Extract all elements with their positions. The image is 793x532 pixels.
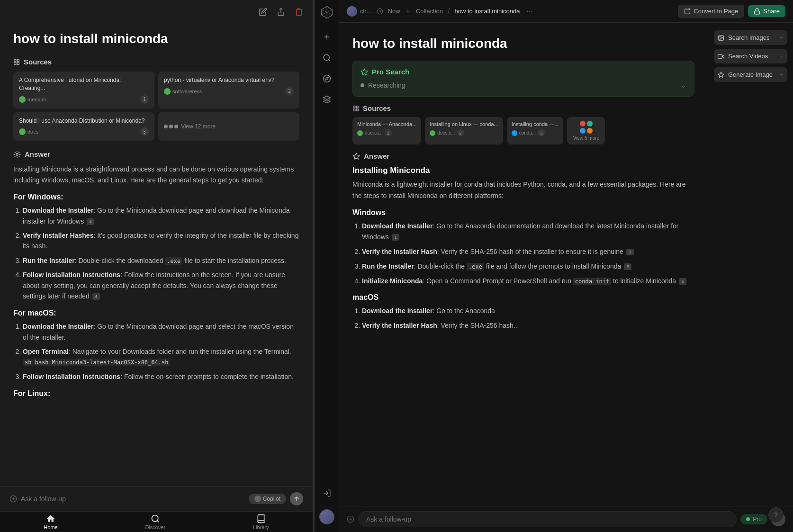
generate-image-plus[interactable]: +	[780, 71, 784, 78]
right-macos-header: macOS	[352, 293, 694, 302]
right-follow-up-bar: Pro	[339, 506, 793, 532]
generate-image-icon	[718, 72, 724, 78]
pro-search-card: Pro Search Researching ⌄	[352, 61, 694, 97]
chevron-down-icon: ⌄	[680, 81, 686, 90]
icon-bar-plus[interactable]	[318, 28, 335, 45]
right-source-2[interactable]: Installing on Linux — conda... docs.c...…	[425, 117, 503, 144]
search-videos-plus[interactable]: +	[780, 53, 784, 60]
view5-label[interactable]: View 5 more	[573, 135, 599, 141]
rs-title-3: Installing conda —...	[512, 121, 559, 127]
cite-rw2: 3	[626, 249, 634, 255]
source-domain-1: medium	[27, 97, 46, 102]
rs-domain-1: docs.a...	[365, 130, 383, 135]
view-5-more[interactable]: View 5 more	[567, 117, 605, 144]
cite-rw1: 1	[392, 234, 399, 241]
send-button-left[interactable]	[290, 492, 303, 505]
edit-button[interactable]	[257, 6, 269, 18]
source-card-2[interactable]: python - virtualenv or Anaconda virtual …	[158, 72, 299, 108]
convert-to-page-button[interactable]: Convert to Page	[678, 5, 744, 18]
right-answer-text: Miniconda is a lightweight installer for…	[352, 179, 694, 202]
right-source-1[interactable]: Miniconda — Anaconda... docs.a... 1	[352, 117, 421, 144]
copilot-button[interactable]: Copilot	[249, 494, 286, 504]
right-answer-subtitle: Installing Miniconda	[352, 166, 694, 175]
rs-count-2: 2	[457, 129, 464, 136]
perplexity-logo-svg	[320, 6, 333, 19]
source-card-3[interactable]: Should I use Anaconda Distribution or Mi…	[13, 112, 154, 141]
right-panel: ch... Now + Collection / how to install …	[339, 0, 793, 532]
svg-rect-30	[718, 54, 722, 58]
source-card-1[interactable]: A Comprehensive Tutorial on Miniconda: C…	[13, 72, 154, 108]
step-rm2: Verify the Installer Hash: Verify the SH…	[362, 320, 694, 331]
view-more-label[interactable]: View 12 more	[181, 123, 216, 130]
svg-marker-29	[722, 55, 724, 58]
source-domain-2: softwarerecs	[172, 89, 202, 94]
left-follow-up-bar: Copilot	[0, 486, 313, 511]
step-rw3: Run the Installer: Double-click the .exe…	[362, 261, 694, 272]
right-sources-header: Sources	[352, 104, 694, 112]
nav-home[interactable]: Home	[34, 512, 67, 532]
search-videos-action[interactable]: Search Videos +	[714, 49, 787, 63]
right-content: how to install miniconda Pro Search Rese…	[339, 23, 708, 506]
source-title-2: python - virtualenv or Anaconda virtual …	[164, 76, 294, 84]
share-button-left[interactable]	[275, 6, 287, 18]
follow-up-input-left[interactable]	[21, 495, 245, 503]
collection-label[interactable]: Collection	[416, 8, 443, 15]
right-windows-header: Windows	[352, 208, 694, 217]
step-rw1: Download the Installer: Go to the Anacon…	[362, 221, 694, 243]
more-options-button[interactable]: ···	[527, 7, 533, 16]
step-rm1: Download the Installer: Go to the Anacon…	[362, 306, 694, 316]
generate-image-action[interactable]: Generate Image +	[714, 67, 787, 82]
convert-icon	[684, 8, 691, 15]
rs-count-3: 3	[538, 129, 545, 136]
search-videos-label: Search Videos	[728, 53, 768, 60]
right-answer-header: Answer	[352, 152, 694, 160]
svg-rect-2	[17, 59, 19, 61]
linux-header-left: For Linux:	[13, 389, 299, 398]
nav-library-label: Library	[253, 524, 269, 530]
windows-header-left: For Windows:	[13, 193, 299, 201]
pro-toggle[interactable]: Pro	[740, 514, 767, 524]
svg-rect-25	[356, 109, 358, 111]
mini-icon-1	[580, 121, 586, 126]
nav-library[interactable]: Library	[243, 512, 279, 532]
delete-button[interactable]	[293, 6, 305, 18]
search-images-action[interactable]: Search Images +	[714, 30, 787, 45]
follow-up-input-right[interactable]	[358, 511, 737, 527]
left-sources-header: Sources	[13, 58, 299, 66]
icon-bar-layers[interactable]	[318, 91, 335, 108]
svg-rect-26	[353, 109, 355, 111]
right-sources-row: Miniconda — Anaconda... docs.a... 1 Inst…	[352, 117, 694, 144]
source-count-1: 1	[140, 95, 149, 104]
share-button-right[interactable]: Share	[748, 5, 785, 17]
pro-label: Pro	[753, 516, 762, 523]
view5-icons	[580, 121, 593, 134]
rs-icon-2	[430, 130, 435, 136]
icon-bar-search[interactable]	[318, 49, 335, 66]
view-more-card[interactable]: View 12 more	[158, 112, 299, 141]
left-top-bar	[0, 0, 313, 24]
source-title-1: A Comprehensive Tutorial on Miniconda: C…	[19, 76, 149, 92]
pro-search-icon	[360, 68, 368, 76]
search-images-plus[interactable]: +	[780, 34, 784, 41]
rs-title-1: Miniconda — Anaconda...	[357, 121, 416, 127]
right-source-3[interactable]: Installing conda —... conda... 3	[507, 117, 564, 144]
sources-icon	[13, 59, 20, 65]
icon-bar-exit[interactable]	[318, 485, 335, 502]
cite-w4: 4	[92, 293, 100, 300]
pro-search-status[interactable]: Researching ⌄	[360, 81, 686, 90]
rs-count-1: 1	[385, 129, 392, 136]
pro-search-header: Pro Search	[360, 68, 686, 76]
perplexity-logo	[320, 6, 333, 21]
source-count-3: 3	[140, 127, 149, 136]
right-top-bar: ch... Now + Collection / how to install …	[339, 0, 793, 23]
help-button[interactable]: ?	[768, 507, 784, 523]
step-m3: Follow Installation Instructions: Follow…	[23, 371, 299, 382]
view-more-dots	[164, 125, 178, 128]
svg-rect-1	[14, 59, 16, 61]
image-icon	[718, 35, 724, 41]
step-rw2: Verify the Installer Hash: Verify the SH…	[362, 246, 694, 257]
icon-bar-compass[interactable]	[318, 70, 335, 87]
nav-discover[interactable]: Discover	[135, 512, 175, 532]
cite-rw3: 5	[624, 263, 631, 270]
researching-label: Researching	[368, 81, 406, 89]
